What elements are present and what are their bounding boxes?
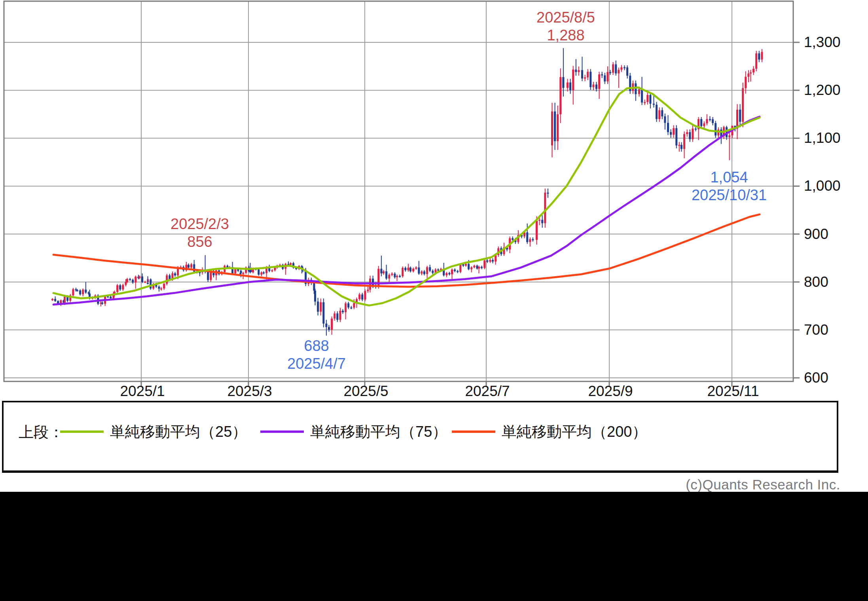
annotation-value: 1,288 — [483, 27, 649, 44]
y-axis-label: 700 — [804, 322, 867, 338]
y-axis-label: 1,300 — [804, 34, 867, 51]
y-axis-label: 800 — [804, 274, 867, 290]
x-axis-label: 2025/5 — [328, 383, 404, 400]
legend-line-swatch — [260, 430, 304, 433]
legend-item: 単純移動平均（25） — [60, 422, 247, 441]
annotation-value: 688 — [233, 337, 400, 355]
legend-item-label: 単純移動平均（75） — [310, 422, 447, 442]
annotation-date: 2025/2/3 — [117, 215, 283, 233]
y-axis-label: 900 — [804, 226, 867, 243]
x-axis-label: 2025/9 — [573, 383, 648, 400]
legend-item-label: 単純移動平均（200） — [502, 422, 647, 442]
stock-chart-page: 1,3001,2001,1001,000900800700600 2025/12… — [0, 0, 868, 601]
copyright: (c)Quants Research Inc. — [686, 477, 840, 493]
ma75-line — [53, 117, 760, 305]
x-axis-label: 2025/11 — [696, 383, 771, 400]
legend-item: 単純移動平均（200） — [452, 422, 647, 441]
annotation-recent-low: 1,054 2025/10/31 — [646, 169, 812, 204]
y-axis-label: 1,000 — [804, 178, 867, 194]
annotation-value: 856 — [117, 233, 283, 251]
annotation-value: 1,054 — [646, 169, 812, 186]
x-axis-label: 2025/1 — [105, 383, 180, 400]
annotation-period-low: 688 2025/4/7 — [233, 337, 400, 373]
legend-prefix: 上段： — [19, 422, 64, 442]
legend-item-label: 単純移動平均（25） — [110, 422, 247, 442]
legend-item: 単純移動平均（75） — [260, 422, 447, 441]
y-axis-label: 600 — [804, 370, 867, 386]
annotation-date: 2025/8/5 — [483, 9, 649, 27]
annotation-date: 2025/4/7 — [233, 355, 400, 373]
annotation-date: 2025/10/31 — [646, 186, 812, 204]
x-axis-label: 2025/7 — [450, 383, 525, 400]
y-axis-label: 1,100 — [804, 130, 867, 146]
legend-line-swatch — [60, 430, 104, 433]
legend-line-swatch — [452, 430, 495, 433]
annotation-period-high: 2025/8/5 1,288 — [483, 9, 649, 44]
x-axis-label: 2025/3 — [212, 383, 287, 400]
annotation-local-high: 2025/2/3 856 — [117, 215, 283, 251]
y-axis-label: 1,200 — [804, 82, 867, 99]
legend: 上段： 単純移動平均（25）単純移動平均（75）単純移動平均（200） — [2, 401, 838, 473]
bottom-black-bar — [0, 492, 868, 601]
